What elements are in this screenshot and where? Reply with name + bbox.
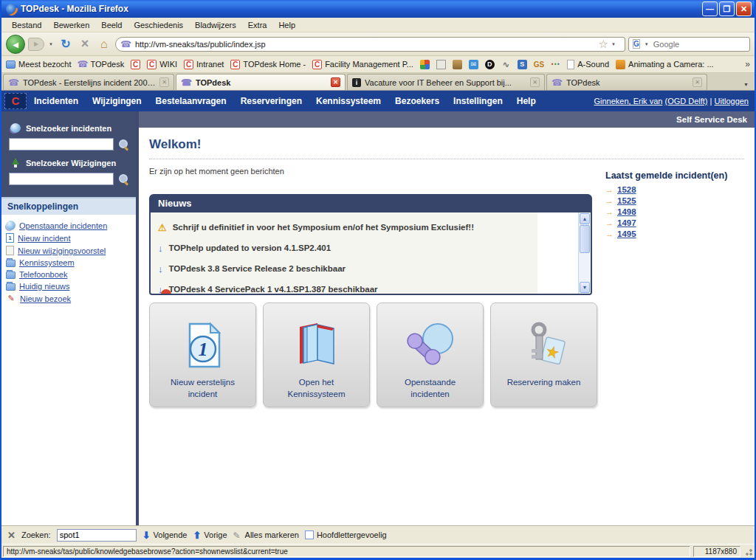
bookmark-c1[interactable]: C — [131, 60, 140, 69]
match-case-checkbox[interactable]: Hoofdlettergevoelig — [305, 530, 387, 539]
url-bar[interactable]: ☎ ☆ ▼ — [115, 37, 625, 52]
google-engine-icon[interactable]: G — [633, 39, 640, 49]
findbar-close-icon[interactable]: ✕ — [7, 530, 16, 541]
stop-button[interactable]: × — [77, 36, 93, 52]
shortcut-nieuw-bezoek[interactable]: Nieuw bezoek — [6, 294, 131, 303]
tab-close-icon[interactable]: ✕ — [530, 77, 540, 87]
maximize-button[interactable]: ❐ — [719, 1, 735, 16]
nav-bezoekers[interactable]: Bezoekers — [395, 96, 439, 106]
url-input[interactable] — [135, 40, 595, 49]
search-icon[interactable] — [118, 139, 128, 150]
incident-link-row[interactable]: →1528 — [605, 185, 742, 194]
bookmark-tag[interactable] — [453, 60, 462, 69]
user-org-link[interactable]: (OGD Delft) — [664, 97, 707, 106]
tab-3[interactable]: i Vacature voor IT Beheer en Support bij… — [347, 74, 545, 90]
url-dropdown-icon[interactable]: ▼ — [610, 42, 617, 46]
minimize-button[interactable]: — — [702, 1, 718, 16]
bookmark-mail[interactable]: ✉ — [469, 60, 478, 69]
tab-list-dropdown-icon[interactable]: ▼ — [743, 82, 753, 90]
nav-wijzigingen[interactable]: Wijzigingen — [92, 96, 142, 106]
scroll-thumb[interactable] — [580, 225, 590, 253]
news-scrollbar[interactable]: ▲ ▼ — [578, 212, 591, 294]
bookmark-intranet[interactable]: CIntranet — [184, 60, 224, 69]
nav-help[interactable]: Help — [517, 96, 536, 106]
web-search-input[interactable] — [653, 40, 756, 49]
incident-link-row[interactable]: →1497 — [605, 218, 742, 227]
bookmark-wave[interactable]: ∿ — [501, 60, 511, 69]
menu-extra[interactable]: Extra — [242, 19, 273, 31]
quick-search-incidents-input[interactable] — [9, 138, 114, 151]
topdesk-logo[interactable]: C — [4, 93, 27, 109]
incident-link-row[interactable]: →1495 — [605, 229, 742, 238]
card-reservering-maken[interactable]: ★ Reservering maken — [490, 303, 597, 407]
shortcut-openstaande-incidenten[interactable]: Openstaande incidenten — [6, 221, 131, 230]
menu-bestand[interactable]: Bestand — [6, 19, 47, 31]
bookmark-google[interactable] — [420, 60, 430, 69]
nav-instellingen[interactable]: Instellingen — [453, 96, 503, 106]
bookmark-a-sound[interactable]: A-Sound — [567, 60, 609, 69]
menu-geschiedenis[interactable]: Geschiedenis — [128, 19, 189, 31]
menu-bewerken[interactable]: Bewerken — [47, 19, 95, 31]
quick-search-changes-input[interactable] — [9, 173, 114, 185]
bookmark-dots[interactable] — [551, 60, 560, 69]
incident-link-row[interactable]: →1525 — [605, 196, 742, 205]
bookmark-animating[interactable]: Animating a Camera: ... — [616, 60, 714, 69]
nav-kennissysteem[interactable]: Kennissysteem — [316, 96, 381, 106]
menu-help[interactable]: Help — [272, 19, 301, 31]
bookmarks-overflow-icon[interactable]: » — [745, 59, 750, 69]
resize-grip[interactable] — [743, 547, 753, 556]
search-icon[interactable] — [118, 173, 128, 184]
bookmark-topdesk[interactable]: ☎TOPdesk — [78, 60, 125, 69]
home-button[interactable]: ⌂ — [96, 38, 112, 51]
tab-close-icon[interactable]: ✕ — [159, 77, 169, 87]
news-item[interactable]: ↓TOPhelp updated to version 4.1.SP2.401 — [158, 238, 573, 258]
card-nieuw-eerstelijns-incident[interactable]: 1 Nieuw eerstelijns incident — [149, 303, 256, 407]
tab-close-icon[interactable]: ✕ — [331, 77, 340, 87]
scroll-down-icon[interactable]: ▼ — [580, 282, 590, 293]
news-item[interactable]: ↓TOPdesk 4 ServicePack 1 v4.1.SP1.387 be… — [158, 279, 573, 295]
checkbox-icon[interactable] — [305, 530, 314, 539]
shortcut-huidig-nieuws[interactable]: Huidig nieuws — [6, 282, 131, 291]
history-dropdown-icon[interactable]: ▼ — [47, 42, 55, 46]
bookmark-facility[interactable]: CFacility Management P... — [312, 60, 413, 69]
card-openstaande-incidenten[interactable]: Openstaande incidenten — [377, 303, 484, 407]
bookmark-meest-bezocht[interactable]: Meest bezocht — [6, 60, 72, 69]
user-name-link[interactable]: Ginneken, Erik van — [594, 97, 662, 106]
bookmark-photo[interactable] — [436, 60, 446, 69]
menu-bladwijzers[interactable]: Bladwijzers — [189, 19, 242, 31]
find-next-button[interactable]: ⬇Volgende — [142, 530, 188, 541]
card-open-kennissysteem[interactable]: Open het Kennissysteem — [263, 303, 370, 407]
shortcut-nieuw-incident[interactable]: 1Nieuw incident — [6, 233, 131, 243]
back-button[interactable]: ◀ — [6, 35, 25, 54]
menu-beeld[interactable]: Beeld — [95, 19, 128, 31]
incident-link-row[interactable]: →1498 — [605, 207, 742, 216]
search-bar[interactable]: G ▼ — [628, 37, 750, 52]
nav-bestelaanvragen[interactable]: Bestelaanvragen — [156, 96, 227, 106]
shortcut-kennissysteem[interactable]: Kennissysteem — [6, 258, 131, 267]
nav-incidenten[interactable]: Incidenten — [34, 96, 78, 106]
bookmark-star-icon[interactable]: ☆ — [599, 38, 608, 51]
scroll-up-icon[interactable]: ▲ — [580, 213, 590, 224]
tab-2-active[interactable]: ☎ TOPdesk ✕ — [176, 74, 346, 90]
bookmark-wiki[interactable]: CWIKI — [147, 60, 177, 69]
engine-dropdown-icon[interactable]: ▼ — [643, 42, 650, 46]
logout-link[interactable]: Uitloggen — [715, 97, 749, 106]
highlight-all-button[interactable]: Alles markeren — [233, 530, 299, 539]
tab-close-icon[interactable]: ✕ — [693, 77, 702, 87]
bookmark-gs[interactable]: GS — [534, 60, 544, 69]
bookmark-topdesk-home[interactable]: CTOPdesk Home - — [230, 60, 306, 69]
bookmark-disc[interactable]: D — [485, 60, 495, 69]
refresh-button[interactable]: ↻ — [58, 37, 74, 51]
news-item[interactable]: ↓TOPdesk 3.8 Service Release 2 beschikba… — [158, 258, 573, 279]
find-input[interactable] — [57, 529, 137, 542]
news-item[interactable]: ⚠Schrijf u definitief in voor het Sympos… — [158, 217, 573, 238]
tab-1[interactable]: ☎ TOPdesk - Eerstelijns incident 2009 04… — [3, 74, 174, 90]
bookmark-s[interactable]: S — [518, 60, 527, 69]
nav-reserveringen[interactable]: Reserveringen — [241, 96, 302, 106]
find-prev-button[interactable]: ⬆Vorige — [193, 530, 227, 541]
shortcut-telefoonboek[interactable]: Telefoonboek — [6, 270, 131, 279]
close-button[interactable]: ✕ — [736, 1, 752, 16]
tab-4[interactable]: ☎ TOPdesk ✕ — [546, 74, 707, 90]
forward-button[interactable]: ▶ — [28, 38, 44, 51]
shortcut-nieuw-wijzigingsvoorstel[interactable]: Nieuw wijzigingsvoorstel — [6, 246, 131, 255]
